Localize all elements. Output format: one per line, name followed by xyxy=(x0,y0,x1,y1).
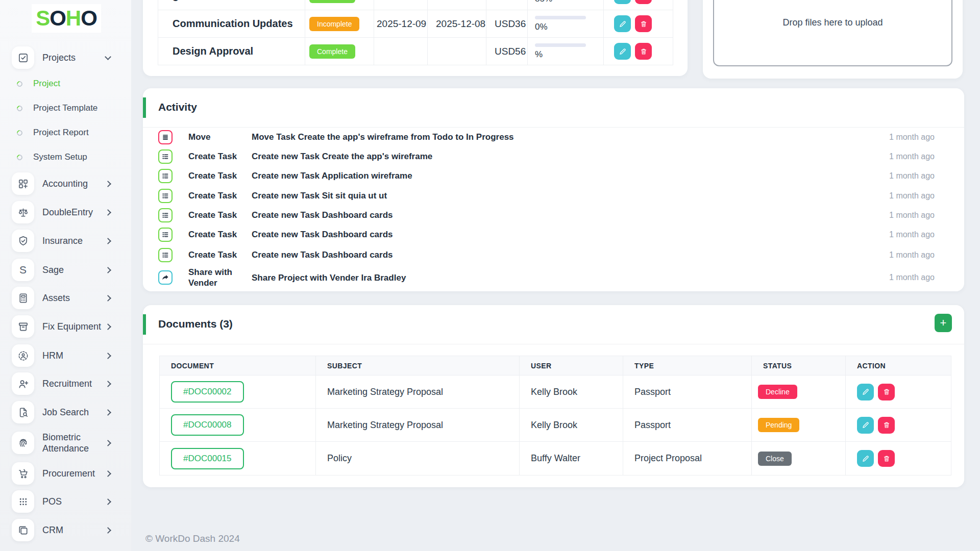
task-cost: USD56 xyxy=(486,38,528,65)
sidebar-item-recruitment[interactable]: Recruitment xyxy=(0,372,131,395)
sidebar-item-job-search[interactable]: Job Search xyxy=(0,400,131,424)
task-end-date xyxy=(428,38,486,65)
edit-button[interactable] xyxy=(857,450,874,467)
activity-row: Share with Vender Share Project with Ven… xyxy=(143,264,964,291)
documents-table: DOCUMENT SUBJECT USER TYPE STATUS ACTION… xyxy=(159,356,951,475)
chevron-right-icon xyxy=(105,181,111,187)
document-id-button[interactable]: #DOC00002 xyxy=(171,381,244,403)
chevron-right-icon xyxy=(105,267,111,273)
cart-icon xyxy=(12,462,34,485)
document-subject: Policy xyxy=(316,442,520,475)
document-status-cell: Decline xyxy=(752,375,846,408)
sidebar-item-doubleentry[interactable]: DoubleEntry xyxy=(0,201,131,224)
sidebar-item-crm[interactable]: CRM xyxy=(0,518,131,542)
dashboard-page: S O H O Projects Project Project Templat… xyxy=(0,0,980,551)
delete-button[interactable] xyxy=(635,15,652,32)
sidebar-item-label: DoubleEntry xyxy=(42,207,105,218)
dropzone-label: Drop files here to upload xyxy=(714,17,951,28)
activity-row: Create Task Create new Task Dashboard ca… xyxy=(143,206,964,225)
document-id-button[interactable]: #DOC00008 xyxy=(171,414,244,436)
sidebar-item-project[interactable]: Project xyxy=(0,76,131,91)
task-start-date: 2025-12-09 xyxy=(374,10,428,37)
chevron-right-icon xyxy=(105,470,111,477)
donut-icon xyxy=(16,129,24,137)
task-list-icon xyxy=(158,149,173,164)
progress-label: 0% xyxy=(535,22,548,32)
add-document-button[interactable]: + xyxy=(935,314,952,332)
task-progress-cell: 0% xyxy=(528,10,604,37)
activity-time: 1 month ago xyxy=(889,273,935,282)
task-actions-cell xyxy=(604,0,673,10)
document-actions-cell xyxy=(846,442,951,475)
sidebar-item-label: CRM xyxy=(42,524,105,536)
sidebar-item-project-template[interactable]: Project Template xyxy=(0,101,131,116)
activity-row: Create Task Create new Task Dashboard ca… xyxy=(143,245,964,265)
sidebar-item-procurement[interactable]: Procurement xyxy=(0,462,131,485)
edit-button[interactable] xyxy=(857,417,874,434)
activity-time: 1 month ago xyxy=(889,152,935,161)
table-row: #DOC00015 Policy Buffy Walter Project Pr… xyxy=(160,442,951,475)
sidebar-subitem-label: Project Template xyxy=(33,103,97,113)
document-id-button[interactable]: #DOC00015 xyxy=(171,448,244,469)
task-start-date xyxy=(374,38,428,65)
document-status-cell: Close xyxy=(752,442,846,475)
edit-button[interactable] xyxy=(857,384,874,400)
chevron-right-icon xyxy=(105,209,111,216)
document-id-cell: #DOC00002 xyxy=(160,375,316,408)
progress-bar xyxy=(535,16,586,19)
chevron-right-icon xyxy=(105,238,111,244)
edit-button[interactable] xyxy=(614,15,631,32)
chevron-right-icon xyxy=(105,381,111,387)
progress-bar xyxy=(535,43,586,47)
sidebar-item-label: Job Search xyxy=(42,407,105,418)
delete-button[interactable] xyxy=(878,417,895,434)
grid-plus-icon xyxy=(12,172,34,195)
activity-time: 1 month ago xyxy=(889,191,935,201)
activity-row: Create Task Create new Task Create the a… xyxy=(143,147,964,166)
status-badge: Incomplete xyxy=(309,17,359,31)
activity-type: Move xyxy=(188,132,252,142)
sidebar-item-biometric-attendance[interactable]: Biometric Attendance xyxy=(0,429,131,457)
upload-card: Drop files here to upload xyxy=(703,0,963,79)
delete-button[interactable] xyxy=(878,450,895,467)
task-list-icon xyxy=(158,208,173,222)
sidebar-item-insurance[interactable]: Insurance xyxy=(0,229,131,253)
sidebar-item-project-report[interactable]: Project Report xyxy=(0,125,131,140)
delete-button[interactable] xyxy=(878,384,895,400)
chevron-right-icon xyxy=(105,295,111,302)
person-plus-icon xyxy=(12,372,34,395)
sidebar-subitem-label: Project xyxy=(33,79,60,89)
sidebar-item-system-setup[interactable]: System Setup xyxy=(0,149,131,165)
status-badge: Complete xyxy=(309,0,355,3)
delete-button[interactable] xyxy=(635,0,652,4)
activity-type: Share with Vender xyxy=(188,267,252,289)
sidebar-item-sage[interactable]: S Sage xyxy=(0,258,131,282)
sidebar-item-hrm[interactable]: HRM xyxy=(0,344,131,367)
documents-card: Documents (3) + DOCUMENT SUBJECT USER TY… xyxy=(143,305,964,487)
task-cost: USD36 xyxy=(486,10,528,37)
edit-button[interactable] xyxy=(614,0,631,4)
sidebar-item-pos[interactable]: POS xyxy=(0,490,131,513)
table-row: g Complete 85% xyxy=(158,0,673,10)
table-row: Communication Updates Incomplete 2025-12… xyxy=(158,10,673,38)
activity-detail: Share Project with Vender Ira Bradley xyxy=(252,273,406,283)
delete-button[interactable] xyxy=(635,43,652,60)
activity-type: Create Task xyxy=(188,249,252,260)
soho-logo[interactable]: S O H O xyxy=(32,4,101,33)
sidebar-item-fix-equipment[interactable]: Fix Equipment xyxy=(0,315,131,338)
task-actions-cell xyxy=(604,38,673,65)
sidebar-item-label: POS xyxy=(42,496,105,508)
sidebar-item-assets[interactable]: Assets xyxy=(0,286,131,310)
activity-detail: Create new Task Create the app's wirefra… xyxy=(252,152,432,162)
column-header: USER xyxy=(520,356,623,375)
sidebar-item-accounting[interactable]: Accounting xyxy=(0,172,131,195)
edit-button[interactable] xyxy=(614,43,631,60)
sidebar-item-projects[interactable]: Projects xyxy=(0,46,131,69)
logo-letter: O xyxy=(50,6,66,31)
archive-box-icon xyxy=(12,315,34,338)
file-dropzone[interactable]: Drop files here to upload xyxy=(713,0,952,66)
sidebar-item-label: Projects xyxy=(42,52,105,64)
activity-row: Create Task Create new Task Application … xyxy=(143,166,964,186)
table-row: #DOC00002 Marketing Strategy Proposal Ke… xyxy=(160,375,951,409)
dots-grid-icon xyxy=(12,490,34,513)
